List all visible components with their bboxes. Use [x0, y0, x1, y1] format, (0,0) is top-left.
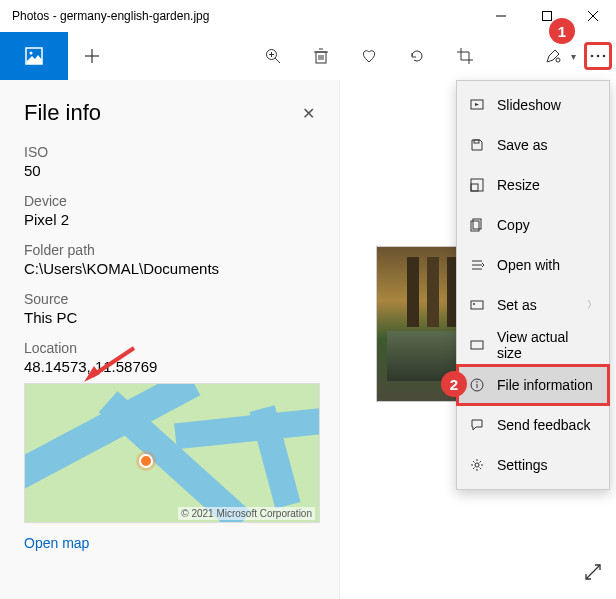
menu-label: Settings — [497, 457, 548, 473]
slideshow-icon — [469, 98, 485, 112]
set-as-icon — [469, 298, 485, 312]
source-label: Source — [24, 291, 315, 307]
menu-send-feedback[interactable]: Send feedback — [457, 405, 609, 445]
svg-point-5 — [30, 52, 33, 55]
more-button[interactable] — [588, 46, 608, 66]
rotate-button[interactable] — [393, 32, 441, 80]
svg-point-24 — [597, 55, 600, 58]
menu-settings[interactable]: Settings — [457, 445, 609, 485]
menu-label: Copy — [497, 217, 530, 233]
resize-icon — [469, 178, 485, 192]
info-icon — [469, 378, 485, 392]
location-map[interactable]: © 2021 Microsoft Corporation — [24, 383, 320, 523]
title-bar: Photos - germany-english-garden.jpg — [0, 0, 616, 32]
menu-label: Send feedback — [497, 417, 590, 433]
svg-line-9 — [275, 58, 280, 63]
file-info-panel: File info ✕ ISO 50 Device Pixel 2 Folder… — [0, 80, 340, 599]
more-button-highlight: 1 — [584, 42, 612, 70]
crop-button[interactable] — [441, 32, 489, 80]
menu-label: Set as — [497, 297, 537, 313]
menu-copy[interactable]: Copy — [457, 205, 609, 245]
svg-rect-31 — [471, 179, 483, 191]
menu-resize[interactable]: Resize — [457, 165, 609, 205]
source-value: This PC — [24, 309, 315, 326]
svg-point-22 — [556, 58, 560, 62]
svg-rect-30 — [474, 140, 479, 143]
device-value: Pixel 2 — [24, 211, 315, 228]
menu-file-information[interactable]: 2 File information — [457, 365, 609, 405]
open-map-link[interactable]: Open map — [24, 535, 89, 551]
svg-point-25 — [603, 55, 606, 58]
save-icon — [469, 138, 485, 152]
folder-label: Folder path — [24, 242, 315, 258]
settings-icon — [469, 458, 485, 472]
svg-line-28 — [586, 565, 600, 579]
delete-button[interactable] — [297, 32, 345, 80]
feedback-icon — [469, 418, 485, 432]
panel-title: File info — [24, 100, 302, 126]
svg-point-44 — [475, 463, 479, 467]
actual-size-icon — [469, 338, 485, 352]
svg-point-43 — [476, 381, 478, 383]
location-value: 48.14573, 11.58769 — [24, 358, 315, 375]
menu-slideshow[interactable]: Slideshow — [457, 85, 609, 125]
zoom-button[interactable] — [249, 32, 297, 80]
menu-set-as[interactable]: Set as 〉 — [457, 285, 609, 325]
iso-label: ISO — [24, 144, 315, 160]
svg-point-23 — [591, 55, 594, 58]
window-controls — [478, 0, 616, 32]
chevron-down-icon[interactable]: ▾ — [571, 51, 584, 62]
minimize-button[interactable] — [478, 0, 524, 32]
svg-rect-40 — [471, 341, 483, 349]
panel-close-button[interactable]: ✕ — [302, 104, 315, 123]
folder-value: C:\Users\KOMAL\Documents — [24, 260, 315, 277]
svg-rect-1 — [543, 12, 552, 21]
menu-label: Save as — [497, 137, 548, 153]
favorite-button[interactable] — [345, 32, 393, 80]
menu-label: Resize — [497, 177, 540, 193]
svg-rect-32 — [471, 184, 478, 191]
svg-point-39 — [473, 303, 475, 305]
add-button[interactable] — [68, 32, 116, 80]
map-copyright: © 2021 Microsoft Corporation — [178, 507, 315, 520]
iso-value: 50 — [24, 162, 315, 179]
copy-icon — [469, 218, 485, 232]
svg-marker-27 — [84, 366, 100, 382]
menu-label: File information — [497, 377, 593, 393]
more-menu: Slideshow Save as Resize Copy Open with … — [456, 80, 610, 490]
menu-label: View actual size — [497, 329, 597, 361]
menu-open-with[interactable]: Open with — [457, 245, 609, 285]
menu-label: Open with — [497, 257, 560, 273]
menu-label: Slideshow — [497, 97, 561, 113]
fullscreen-button[interactable] — [584, 563, 602, 585]
annotation-arrow — [82, 344, 138, 384]
toolbar: ▾ 1 — [0, 32, 616, 80]
close-button[interactable] — [570, 0, 616, 32]
collection-view-button[interactable] — [0, 32, 68, 80]
menu-view-actual-size[interactable]: View actual size — [457, 325, 609, 365]
svg-rect-38 — [471, 301, 483, 309]
map-pin-icon — [139, 454, 153, 468]
annotation-badge-2: 2 — [441, 371, 467, 397]
window-title: Photos - germany-english-garden.jpg — [12, 9, 478, 23]
chevron-right-icon: 〉 — [587, 298, 597, 312]
menu-save-as[interactable]: Save as — [457, 125, 609, 165]
open-with-icon — [469, 258, 485, 272]
location-label: Location — [24, 340, 315, 356]
annotation-badge-1: 1 — [549, 18, 575, 44]
device-label: Device — [24, 193, 315, 209]
